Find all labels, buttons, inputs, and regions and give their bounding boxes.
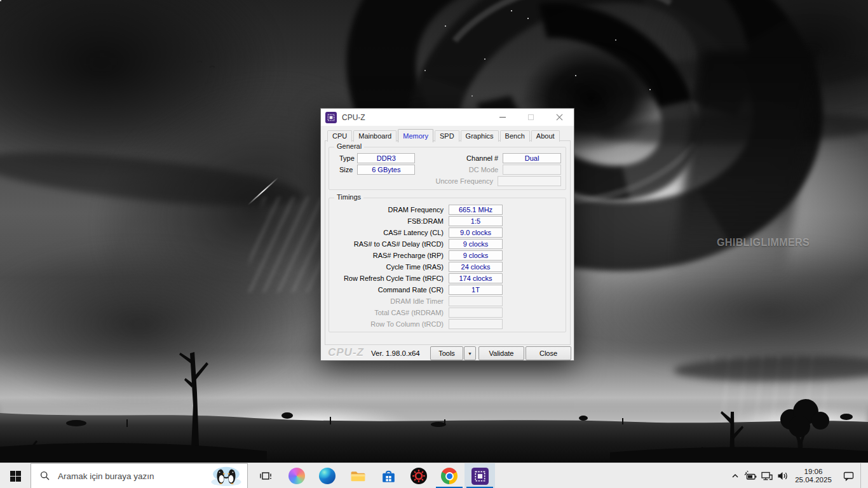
show-desktop-button[interactable] — [860, 463, 864, 488]
type-value-field: DDR3 — [357, 153, 415, 163]
cpuz-footer: CPU-Z Ver. 1.98.0.x64 Tools ▼ Validate C… — [321, 346, 574, 362]
general-row: Uncore Frequency — [334, 175, 561, 187]
battery-charging-icon — [744, 470, 757, 482]
general-row: Size 6 GBytes DC Mode — [334, 164, 561, 175]
cas-latency-value-field: 9.0 clocks — [449, 227, 503, 238]
total-cas-label: Total CAS# (tRDRAM) — [336, 309, 449, 316]
taskbar: 19:06 25.04.2025 — [0, 463, 868, 488]
timing-row: Row To Column (tRCD) — [336, 318, 559, 330]
timing-row: Row Refresh Cycle Time (tRFC) 174 clocks — [336, 273, 559, 284]
taskbar-app-file-explorer[interactable] — [342, 463, 373, 488]
taskbar-apps — [281, 463, 495, 488]
tab-cpu[interactable]: CPU — [327, 130, 352, 142]
row-to-column-value-field — [449, 319, 503, 329]
dropdown-arrow-icon: ▼ — [468, 351, 472, 356]
dram-frequency-label: DRAM Frequency — [336, 206, 449, 214]
search-input[interactable] — [58, 471, 182, 481]
copilot-icon — [288, 468, 305, 484]
memory-tab-page: General Type DDR3 Channel # Dual Size 6 … — [325, 140, 571, 345]
timing-row: DRAM Idle Timer — [336, 295, 559, 307]
trcd-value-field: 9 clocks — [449, 239, 503, 249]
tools-button[interactable]: Tools — [430, 346, 463, 360]
clock-time: 19:06 — [790, 468, 836, 476]
tras-label: Cycle Time (tRAS) — [336, 263, 449, 271]
driver-booster-icon — [410, 467, 428, 485]
command-rate-value-field: 1T — [449, 285, 503, 295]
maximize-icon — [528, 114, 534, 120]
uncore-frequency-label: Uncore Frequency — [402, 177, 498, 185]
timing-row: RAS# to CAS# Delay (tRCD) 9 clocks — [336, 238, 559, 250]
tab-graphics[interactable]: Graphics — [461, 130, 499, 142]
close-icon — [556, 114, 563, 121]
start-button[interactable] — [0, 463, 31, 488]
timings-legend: Timings — [334, 193, 363, 201]
taskbar-app-chrome[interactable] — [434, 463, 465, 488]
timing-row: DRAM Frequency 665.1 MHz — [336, 204, 559, 215]
task-view-button[interactable] — [252, 463, 280, 488]
type-label: Type — [334, 154, 357, 162]
network-status-button[interactable] — [759, 463, 775, 488]
size-value-field: 6 GBytes — [357, 165, 415, 175]
tras-value-field: 24 clocks — [449, 262, 503, 272]
tab-spd[interactable]: SPD — [435, 130, 459, 142]
minimize-icon — [499, 117, 506, 118]
dc-mode-value-field — [503, 165, 561, 175]
close-button[interactable] — [545, 109, 574, 126]
taskbar-app-copilot[interactable] — [281, 463, 312, 488]
action-center-button[interactable] — [836, 463, 860, 488]
general-legend: General — [334, 142, 364, 150]
birds-art — [196, 58, 221, 72]
timing-row: Total CAS# (tRDRAM) — [336, 307, 559, 318]
timing-row: RAS# Precharge (tRP) 9 clocks — [336, 250, 559, 261]
maximize-button — [517, 109, 545, 126]
spark-speckles — [0, 0, 1, 1]
timing-row: Command Rate (CR) 1T — [336, 284, 559, 295]
watermark: GHIBLIGLIMMERS — [717, 237, 810, 248]
dram-frequency-value-field: 665.1 MHz — [449, 205, 503, 215]
uncore-frequency-value-field — [498, 176, 561, 186]
taskbar-clock[interactable]: 19:06 25.04.2025 — [790, 468, 836, 484]
trp-value-field: 9 clocks — [449, 250, 503, 261]
ethernet-network-icon — [761, 470, 773, 482]
search-icon — [39, 470, 51, 482]
volume-button[interactable] — [775, 463, 790, 488]
tab-strip: CPU Mainboard Memory SPD Graphics Bench … — [327, 129, 561, 142]
cpuz-titlebar[interactable]: CPU-Z — [321, 109, 574, 126]
trfc-label: Row Refresh Cycle Time (tRFC) — [336, 274, 449, 282]
total-cas-value-field — [449, 308, 503, 318]
tools-dropdown-button[interactable]: ▼ — [464, 346, 476, 360]
taskbar-app-edge[interactable] — [312, 463, 342, 488]
tab-about[interactable]: About — [531, 130, 560, 142]
trp-label: RAS# Precharge (tRP) — [336, 252, 449, 259]
taskbar-app-driver-booster[interactable] — [403, 463, 434, 488]
taskbar-app-microsoft-store[interactable] — [373, 463, 403, 488]
system-tray: 19:06 25.04.2025 — [727, 463, 864, 488]
taskbar-search-box[interactable] — [31, 463, 248, 488]
hidden-icons-button[interactable] — [727, 463, 743, 488]
tab-memory[interactable]: Memory — [398, 129, 433, 142]
general-groupbox: General Type DDR3 Channel # Dual Size 6 … — [329, 147, 566, 190]
command-rate-label: Command Rate (CR) — [336, 286, 449, 294]
fsb-dram-value-field: 1:5 — [449, 216, 503, 226]
taskbar-app-cpu-z[interactable] — [465, 463, 495, 488]
close-dialog-button[interactable]: Close — [526, 346, 571, 360]
speaker-icon — [776, 470, 789, 482]
minimize-button[interactable] — [488, 109, 517, 126]
trfc-value-field: 174 clocks — [449, 273, 503, 283]
tab-bench[interactable]: Bench — [500, 130, 530, 142]
battery-status-button[interactable] — [743, 463, 759, 488]
cpuz-logo: CPU-Z — [328, 346, 364, 359]
windows-logo-icon — [10, 471, 21, 482]
timing-row: CAS# Latency (CL) 9.0 clocks — [336, 227, 559, 238]
fsb-dram-label: FSB:DRAM — [336, 217, 449, 225]
validate-button[interactable]: Validate — [478, 346, 524, 360]
microsoft-store-icon — [380, 468, 397, 485]
search-highlight-penguins-icon[interactable] — [207, 464, 246, 487]
clock-date: 25.04.2025 — [790, 476, 836, 484]
dram-idle-timer-label: DRAM Idle Timer — [336, 297, 449, 305]
dram-idle-timer-value-field — [449, 296, 503, 306]
timings-groupbox: Timings DRAM Frequency 665.1 MHz FSB:DRA… — [329, 198, 566, 332]
tab-mainboard[interactable]: Mainboard — [353, 130, 397, 142]
dc-mode-label: DC Mode — [415, 166, 503, 173]
cpu-z-icon — [471, 468, 489, 485]
